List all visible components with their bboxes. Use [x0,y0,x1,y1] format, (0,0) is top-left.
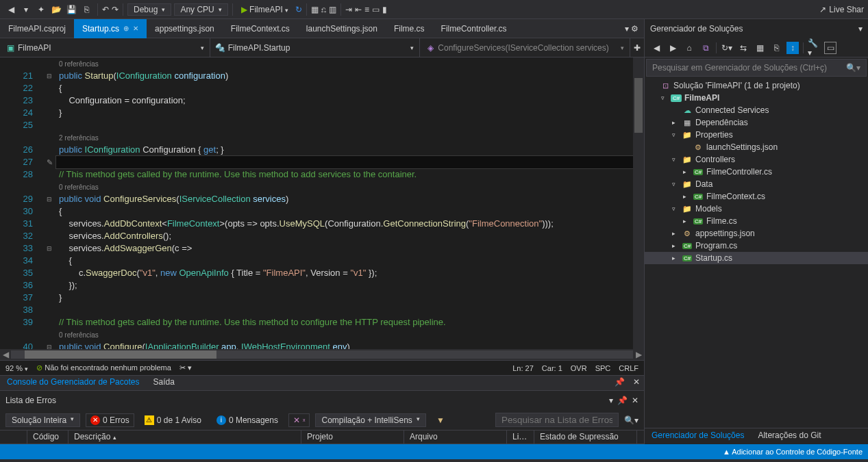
uncomment-icon[interactable]: ▭ [372,5,380,14]
scrollbar-vertical[interactable] [633,57,644,349]
tab-filmeapi-csproj[interactable]: FilmeAPI.csproj [0,19,74,38]
tool-icon[interactable]: ▦ [311,5,319,14]
platform-combo[interactable]: Any CPU [174,3,227,16]
se-view-icon[interactable]: ▭ [824,42,836,54]
config-combo[interactable]: Debug [127,3,171,16]
run-button[interactable]: ▶ FilmeAPI ▾ [237,3,293,16]
err-filter-icon[interactable]: ▼ [432,413,449,427]
tree-node-data[interactable]: ▿📁Data [645,178,868,190]
se-home-icon[interactable]: ⌂ [683,42,695,54]
tab-filmecontroller-cs[interactable]: FilmeController.cs [433,19,515,38]
se-collapse-icon[interactable]: ⇆ [737,42,749,54]
tabs-menu-icon[interactable]: ▾ ⚙ [619,21,644,36]
tree-node-filme-cs[interactable]: ▸C#Filme.cs [645,215,868,227]
tool3-icon[interactable]: ▥ [329,5,336,14]
output-tab-console-do-gerenciador-de-pacotes[interactable]: Console do Gerenciador de Pacotes [0,376,146,390]
status-bar: ▲ Adicionar ao Controle de Código-Fonte [0,444,868,459]
err-col-descri-o[interactable]: Descrição ▴ [69,431,301,444]
liveshare-button[interactable]: ↗ Live Shar [819,5,864,14]
tree-node-launchsettings-json[interactable]: ⚙launchSettings.json [645,141,868,153]
save-icon[interactable]: 💾 [64,3,78,16]
err-messages-chip[interactable]: i0 Mensagens [212,413,283,427]
comment-icon[interactable]: ≡ [364,5,369,14]
err-col-li-[interactable]: Li… [507,431,534,444]
undo-icon[interactable]: ↶ [102,5,109,14]
err-col-c-digo[interactable]: Código [27,431,69,444]
tree-node-program-cs[interactable]: ▸C#Program.cs [645,240,868,252]
tree-node-depend-ncias[interactable]: ▸▦Dependências [645,116,868,129]
tool2-icon[interactable]: ⎌ [321,5,326,14]
panel-close2-icon[interactable]: ✕ [632,396,638,405]
crlf-status[interactable]: CRLF [619,364,638,372]
editor-tabs: FilmeAPI.csprojStartup.cs⊕✕appsettings.j… [0,19,644,38]
indent-icon[interactable]: ⇥ [345,5,352,14]
side-tab-altera-es-do-git[interactable]: Alterações do Git [751,428,828,444]
se-sync-icon[interactable]: ↻▾ [721,42,733,54]
ovr-status[interactable]: OVR [571,364,587,372]
se-preview-icon[interactable]: ↕ [786,42,799,54]
tab-appsettings-json[interactable]: appsettings.json [147,19,223,38]
se-fwd-icon[interactable]: ▶ [667,42,679,54]
nav-back-icon[interactable]: ◀ [4,3,18,16]
tree-node-controllers[interactable]: ▿📁Controllers [645,153,868,166]
se-wrench-icon[interactable]: 🔧▾ [808,42,820,54]
side-menu-icon[interactable]: ▾ [858,24,863,34]
tab-filme-cs[interactable]: Filme.cs [386,19,433,38]
nav-project[interactable]: ▣FilmeAPI▾ [0,38,210,57]
redo-icon[interactable]: ↷ [112,5,119,14]
tree-node-filmeapi[interactable]: ▿C#FilmeAPI [645,92,868,104]
err-mode-combo[interactable]: Compilação + IntelliSens [315,413,425,427]
tree-node-models[interactable]: ▿📁Models [645,203,868,215]
err-col-icon[interactable] [0,431,27,444]
tree-node-solu-o-filmeapi-1-de-1-projeto-[interactable]: ⊡Solução 'FilmeAPI' (1 de 1 projeto) [645,79,868,92]
zoom-label[interactable]: 92 % ▾ [5,364,28,372]
err-errors-chip[interactable]: ✕0 Erros [86,413,134,427]
tree-node-appsettings-json[interactable]: ▸⚙appsettings.json [645,227,868,240]
open-icon[interactable]: 📂 [49,3,63,16]
search-go-icon[interactable]: 🔍▾ [624,415,638,425]
nav-fwd-icon[interactable]: ▾ [19,3,33,16]
error-list-panel: Lista de Erros ▾📌✕ Solução Inteira ✕0 Er… [0,390,644,444]
panel-pin-icon[interactable]: 📌 [610,376,629,390]
saveall-icon[interactable]: ⎘ [79,3,93,16]
panel-close-icon[interactable]: ✕ [629,376,644,390]
problems-status[interactable]: ⊘ Não foi encontrado nenhum problema [36,363,171,372]
new-icon[interactable]: ✦ [34,3,48,16]
code-editor[interactable]: 2122232425262728293031323334353637383940… [0,57,644,349]
err-clear-button[interactable]: ✕x [288,413,310,427]
tab-launchsettings-json[interactable]: launchSettings.json [298,19,386,38]
tab-filmecontext-cs[interactable]: FilmeContext.cs [223,19,298,38]
scrollbar-horizontal[interactable]: ◀▶ [0,349,644,360]
err-scope-combo[interactable]: Solução Inteira [5,413,80,427]
tools-icon[interactable]: ✂ ▾ [179,363,192,372]
outdent-icon[interactable]: ⇤ [355,5,362,14]
source-control-button[interactable]: ▲ Adicionar ao Controle de Código-Fonte [723,448,863,456]
tree-node-filmecontroller-cs[interactable]: ▸C#FilmeController.cs [645,166,868,178]
refresh-icon[interactable]: ↻ [295,5,302,14]
tab-startup-cs[interactable]: Startup.cs⊕✕ [74,19,147,38]
panel-menu-icon[interactable]: ▾ [609,396,613,405]
tree-node-connected-services[interactable]: ☁Connected Services [645,104,868,116]
tree-node-properties[interactable]: ▿📁Properties [645,129,868,141]
se-copy-icon[interactable]: ⎘ [770,42,782,54]
tree-node-startup-cs[interactable]: ▸C#Startup.cs [645,252,868,264]
tree-node-filmecontext-cs[interactable]: ▸C#FilmeContext.cs [645,190,868,203]
nav-member[interactable]: ◈ConfigureServices(IServiceCollection se… [420,38,630,57]
nav-class[interactable]: 🔩FilmeAPI.Startup▾ [210,38,421,57]
se-back-icon[interactable]: ◀ [650,42,662,54]
err-search-input[interactable] [495,413,619,427]
panel-pin2-icon[interactable]: 📌 [617,396,628,405]
editor-status: 92 % ▾ ⊘ Não foi encontrado nenhum probl… [0,360,644,375]
err-col-projeto[interactable]: Projeto [301,431,404,444]
err-col-estado-de-supress-o[interactable]: Estado de Supressão [534,431,637,444]
spc-status[interactable]: SPC [595,364,611,372]
output-tab-sa-da[interactable]: Saída [146,376,181,390]
err-col-arquivo[interactable]: Arquivo [404,431,507,444]
split-icon[interactable]: ✚ [630,38,644,57]
side-tab-gerenciador-de-solu-es[interactable]: Gerenciador de Soluções [645,428,751,444]
solution-search-input[interactable]: Pesquisar em Gerenciador de Soluções (Ct… [646,59,867,77]
err-warnings-chip[interactable]: ⚠0 de 1 Aviso [140,413,206,427]
se-showall-icon[interactable]: ▦ [754,42,766,54]
bookmark-icon[interactable]: ▮ [382,5,387,14]
se-switch-icon[interactable]: ⧉ [699,42,712,54]
